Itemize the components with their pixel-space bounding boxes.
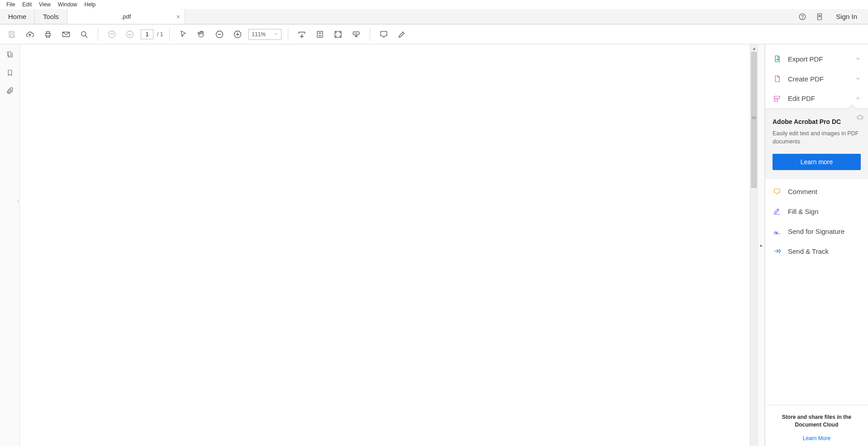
learn-more-button[interactable]: Learn more — [773, 154, 861, 170]
save-icon[interactable] — [5, 27, 19, 42]
promo-cloud-icon[interactable] — [856, 114, 863, 123]
toolbar: / 1 111% — [0, 24, 868, 44]
bookmark-icon[interactable] — [6, 69, 14, 79]
svg-point-8 — [127, 31, 134, 38]
menu-file[interactable]: File — [3, 0, 19, 9]
fullscreen-icon[interactable] — [331, 27, 345, 42]
footer-promo: Store and share files in the Document Cl… — [765, 405, 868, 446]
tool-label: Fill & Sign — [788, 208, 861, 215]
email-icon[interactable] — [59, 27, 73, 42]
highlight-icon[interactable] — [395, 27, 409, 42]
menu-edit[interactable]: Edit — [19, 0, 35, 9]
chevron-down-icon — [855, 55, 861, 63]
svg-rect-15 — [774, 96, 780, 98]
menu-view[interactable]: View — [35, 0, 54, 9]
tool-label: Send for Signature — [788, 228, 861, 235]
tool-create-pdf[interactable]: Create PDF — [765, 69, 868, 89]
export-pdf-icon — [773, 55, 782, 63]
send-track-icon — [773, 247, 782, 255]
tab-home[interactable]: Home — [0, 9, 35, 24]
tool-comment[interactable]: Comment — [765, 181, 868, 201]
edit-pdf-promo: Adobe Acrobat Pro DC Easily edit text an… — [765, 109, 868, 179]
svg-point-17 — [779, 249, 780, 250]
promo-description: Easily edit text and images in PDF docum… — [773, 130, 861, 146]
sign-in-button[interactable]: Sign In — [831, 13, 862, 20]
edit-pdf-icon — [773, 95, 782, 103]
left-navigation-rail — [0, 44, 20, 446]
comment-icon[interactable] — [377, 27, 391, 42]
tool-send-track[interactable]: Send & Track — [765, 241, 868, 261]
attachments-icon[interactable] — [6, 87, 14, 97]
document-tab-title: .pdf — [121, 13, 131, 20]
create-pdf-icon — [773, 75, 782, 83]
print-icon[interactable] — [41, 27, 55, 42]
chevron-up-icon — [855, 95, 861, 102]
menu-bar: File Edit View Window Help — [0, 0, 868, 9]
footer-learn-more-link[interactable]: Learn More — [774, 435, 859, 441]
read-mode-icon[interactable] — [349, 27, 363, 42]
footer-promo-text: Store and share files in the Document Cl… — [774, 413, 859, 429]
page-total-label: / 1 — [157, 31, 163, 38]
zoom-in-icon[interactable] — [230, 27, 245, 42]
svg-point-1 — [802, 18, 803, 19]
tool-label: Edit PDF — [788, 95, 849, 102]
fill-sign-icon — [773, 207, 782, 215]
page-up-icon[interactable] — [105, 27, 119, 42]
search-icon[interactable] — [77, 27, 91, 42]
tool-fill-sign[interactable]: Fill & Sign — [765, 201, 868, 221]
tab-document[interactable]: .pdf × — [67, 9, 185, 24]
svg-rect-14 — [7, 52, 11, 56]
svg-point-18 — [780, 251, 781, 251]
hand-tool-icon[interactable] — [194, 27, 209, 42]
send-signature-icon — [773, 227, 782, 235]
cloud-upload-icon[interactable] — [23, 27, 37, 42]
help-icon[interactable] — [797, 11, 808, 22]
promo-title: Adobe Acrobat Pro DC — [773, 118, 861, 125]
tab-strip: Home Tools .pdf × Sign In — [0, 9, 868, 24]
tool-label: Create PDF — [788, 75, 849, 83]
page-down-icon[interactable] — [123, 27, 137, 42]
tool-label: Export PDF — [788, 55, 849, 63]
chevron-down-icon — [855, 75, 861, 83]
svg-rect-2 — [818, 14, 822, 20]
tool-label: Send & Track — [788, 247, 861, 255]
svg-point-19 — [779, 252, 780, 253]
vertical-scrollbar[interactable]: ▴ — [750, 44, 758, 446]
main-area: ▴ ▸ Export PDF Create PDF Edit PDF — [0, 44, 868, 446]
selection-tool-icon[interactable] — [176, 27, 191, 42]
svg-rect-4 — [46, 33, 50, 36]
svg-rect-3 — [10, 34, 14, 37]
scroll-up-icon[interactable]: ▴ — [750, 44, 758, 52]
thumbnails-icon[interactable] — [6, 51, 14, 61]
fit-width-icon[interactable] — [295, 27, 309, 42]
zoom-dropdown[interactable]: 111% — [248, 29, 281, 40]
tool-label: Comment — [788, 188, 861, 195]
tool-export-pdf[interactable]: Export PDF — [765, 49, 868, 69]
zoom-out-icon[interactable] — [212, 27, 227, 42]
document-viewport[interactable] — [20, 44, 750, 446]
chevron-down-icon — [274, 31, 278, 38]
notifications-icon[interactable] — [814, 11, 825, 22]
zoom-value: 111% — [252, 31, 266, 38]
right-tools-panel: Export PDF Create PDF Edit PDF Adobe Acr… — [765, 44, 868, 446]
comment-tool-icon — [773, 187, 782, 195]
page-number-input[interactable] — [141, 29, 153, 39]
close-tab-icon[interactable]: × — [176, 13, 180, 20]
tool-send-signature[interactable]: Send for Signature — [765, 221, 868, 241]
svg-point-7 — [109, 31, 115, 38]
menu-window[interactable]: Window — [54, 0, 81, 9]
fit-page-icon[interactable] — [313, 27, 327, 42]
tab-tools[interactable]: Tools — [35, 9, 67, 24]
menu-help[interactable]: Help — [81, 0, 100, 9]
right-panel-collapse-icon[interactable]: ▸ — [758, 44, 765, 446]
svg-rect-16 — [774, 99, 778, 101]
